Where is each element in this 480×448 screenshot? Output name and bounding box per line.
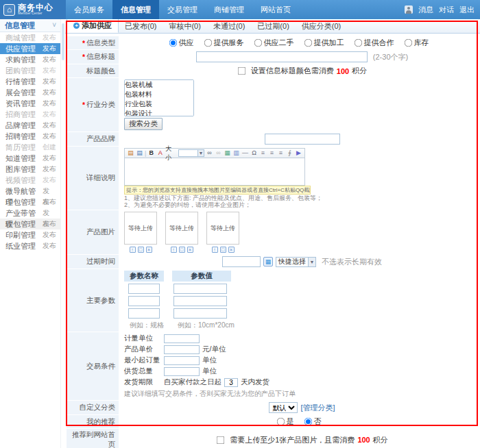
sidebar-item[interactable]: 商城管理发布 bbox=[0, 32, 60, 43]
page-icon[interactable]: ▥ bbox=[232, 149, 240, 158]
sidebar-item[interactable]: 纸业管理发布 bbox=[0, 240, 60, 251]
sidebar-item[interactable]: 产业带管理发布 bbox=[0, 208, 60, 219]
sidebar-item[interactable]: 微导航管理发布 bbox=[0, 186, 60, 197]
sidebar-item[interactable]: 印刷管理发布 bbox=[0, 229, 60, 240]
scrollbar-thumb[interactable] bbox=[62, 23, 64, 60]
trade-input[interactable] bbox=[164, 345, 200, 354]
tab[interactable]: 已过期(0) bbox=[251, 20, 295, 33]
tab[interactable]: 未通过(0) bbox=[207, 20, 251, 33]
upload-box[interactable]: 等待上传 bbox=[206, 212, 239, 245]
sidebar-item-badge[interactable]: 发布 bbox=[43, 240, 56, 251]
sidebar-item[interactable]: 印包管理发布 bbox=[0, 197, 60, 208]
recommend-home-checkbox[interactable] bbox=[217, 436, 225, 444]
upload-box[interactable]: 等待上传 bbox=[124, 212, 157, 245]
industry-listbox[interactable]: 包装机械包装材料行业包装包装设计印刷机械包装制品其他未分类 bbox=[124, 79, 194, 116]
sidebar-item-badge[interactable]: 发布 bbox=[43, 153, 56, 164]
sidebar-item[interactable]: 知道管理发布 bbox=[0, 153, 60, 164]
tab[interactable]: 审核中(0) bbox=[163, 20, 206, 33]
sidebar-group-title[interactable]: 信息管理 ˅ bbox=[0, 19, 60, 32]
sidebar-item[interactable]: 团购管理发布 bbox=[0, 65, 60, 76]
expire-date-input[interactable] bbox=[222, 256, 261, 267]
tab[interactable]: +添加供应 bbox=[67, 19, 119, 33]
radio-button[interactable] bbox=[204, 39, 212, 47]
chat-link[interactable]: 对话 bbox=[439, 5, 454, 15]
top-nav-item[interactable]: 会员服务 bbox=[66, 0, 112, 19]
upload-box[interactable]: 等待上传 bbox=[165, 212, 198, 245]
radio-button[interactable] bbox=[304, 39, 312, 47]
radio-button[interactable] bbox=[304, 418, 312, 426]
sidebar-scrollbar[interactable] bbox=[60, 19, 65, 448]
sidebar-item-badge[interactable]: 发布 bbox=[43, 175, 56, 186]
info-type-option[interactable]: 提供加工 bbox=[304, 38, 344, 48]
param-name-input[interactable] bbox=[128, 296, 160, 306]
messages-link[interactable]: 消息 bbox=[418, 5, 433, 15]
sidebar-item[interactable]: 行情管理发布 bbox=[0, 76, 60, 87]
bold-icon[interactable]: B bbox=[147, 149, 155, 158]
sidebar-item-badge[interactable]: 发布 bbox=[43, 197, 56, 208]
sidebar-item-badge[interactable]: 发布 bbox=[43, 131, 56, 142]
upload-icon[interactable]: ↑ bbox=[130, 247, 136, 253]
sidebar-item-badge[interactable]: 发布 bbox=[43, 186, 56, 197]
font-size-select[interactable]: ▼ bbox=[178, 149, 204, 157]
radio-button[interactable] bbox=[254, 39, 262, 47]
sidebar-item-badge[interactable]: 发布 bbox=[43, 43, 56, 54]
my-recommend-option[interactable]: 是 bbox=[276, 416, 294, 427]
top-nav-item[interactable]: 交易管理 bbox=[159, 0, 206, 19]
hr-icon[interactable]: — bbox=[241, 149, 249, 158]
param-name-input[interactable] bbox=[128, 284, 160, 294]
link-icon[interactable]: ∞ bbox=[206, 149, 213, 158]
unlink-icon[interactable]: ∞ bbox=[215, 149, 222, 158]
sidebar-item[interactable]: 软包管理发布 bbox=[0, 219, 60, 229]
sidebar-item-badge[interactable]: 发布 bbox=[43, 120, 56, 131]
sidebar-item[interactable]: 简历管理创建 bbox=[0, 142, 60, 153]
my-recommend-option[interactable]: 否 bbox=[304, 416, 322, 427]
omega-icon[interactable]: Ω bbox=[250, 149, 258, 158]
sidebar-item-badge[interactable]: 发布 bbox=[43, 208, 56, 219]
search-category-button[interactable]: 搜索分类 bbox=[124, 118, 163, 130]
info-type-option[interactable]: 供应二手 bbox=[254, 38, 294, 48]
image-icon[interactable]: ▦ bbox=[224, 149, 231, 158]
sidebar-item-badge[interactable]: 发布 bbox=[43, 229, 56, 240]
sidebar-item-badge[interactable]: 发布 bbox=[43, 98, 56, 109]
radio-button[interactable] bbox=[169, 39, 177, 47]
sidebar-item-badge[interactable]: 发布 bbox=[43, 54, 56, 65]
sidebar-item[interactable]: 资讯管理发布 bbox=[0, 98, 60, 109]
description-editor[interactable] bbox=[124, 158, 305, 186]
sidebar-item-badge[interactable]: 发布 bbox=[43, 65, 56, 76]
paste-icon[interactable]: ▤ bbox=[127, 149, 134, 158]
info-type-option[interactable]: 库存 bbox=[404, 38, 429, 48]
radio-button[interactable] bbox=[354, 39, 362, 47]
sidebar-item[interactable]: 招商管理发布 bbox=[0, 109, 60, 120]
align-left-icon[interactable]: ≡ bbox=[259, 149, 267, 158]
tab[interactable]: 供应分类(0) bbox=[296, 20, 347, 33]
industry-option[interactable]: 行业包装 bbox=[125, 99, 193, 109]
font-color-icon[interactable]: A bbox=[156, 149, 164, 158]
top-nav-item[interactable]: 网站首页 bbox=[252, 0, 299, 19]
preview-icon[interactable]: □ bbox=[179, 247, 185, 253]
info-type-option[interactable]: 提供服务 bbox=[204, 38, 244, 48]
sidebar-item[interactable]: 视频管理发布 bbox=[0, 175, 60, 186]
sidebar-item[interactable]: 招聘管理发布 bbox=[0, 131, 60, 142]
info-type-option[interactable]: 供应 bbox=[169, 38, 194, 48]
param-value-input[interactable] bbox=[173, 284, 227, 294]
align-center-icon[interactable]: ≡ bbox=[268, 149, 276, 158]
upload-icon[interactable]: ↑ bbox=[212, 247, 218, 253]
delivery-days-input[interactable] bbox=[224, 378, 238, 387]
video-icon[interactable]: ▶ bbox=[295, 149, 302, 158]
calendar-icon[interactable]: ▦ bbox=[263, 257, 273, 266]
preview-icon[interactable]: □ bbox=[220, 247, 226, 253]
sidebar-item-badge[interactable]: 发布 bbox=[43, 76, 56, 87]
align-right-icon[interactable]: ≡ bbox=[277, 149, 285, 158]
delete-icon[interactable]: × bbox=[187, 247, 193, 253]
brand-input[interactable] bbox=[265, 134, 340, 145]
info-type-option[interactable]: 提供合作 bbox=[354, 38, 394, 48]
attach-icon[interactable]: ∮ bbox=[286, 149, 293, 158]
sidebar-item-badge[interactable]: 发布 bbox=[43, 87, 56, 98]
upload-icon[interactable]: ↑ bbox=[171, 247, 177, 253]
sidebar-item-badge[interactable]: 创建 bbox=[43, 142, 56, 153]
sidebar-item-badge[interactable]: 发布 bbox=[43, 32, 56, 43]
sidebar-item[interactable]: 求购管理发布 bbox=[0, 54, 60, 65]
manage-category-link[interactable]: [管理分类] bbox=[300, 403, 335, 413]
top-nav-item[interactable]: 商铺管理 bbox=[206, 0, 252, 19]
trade-input[interactable] bbox=[164, 367, 200, 376]
